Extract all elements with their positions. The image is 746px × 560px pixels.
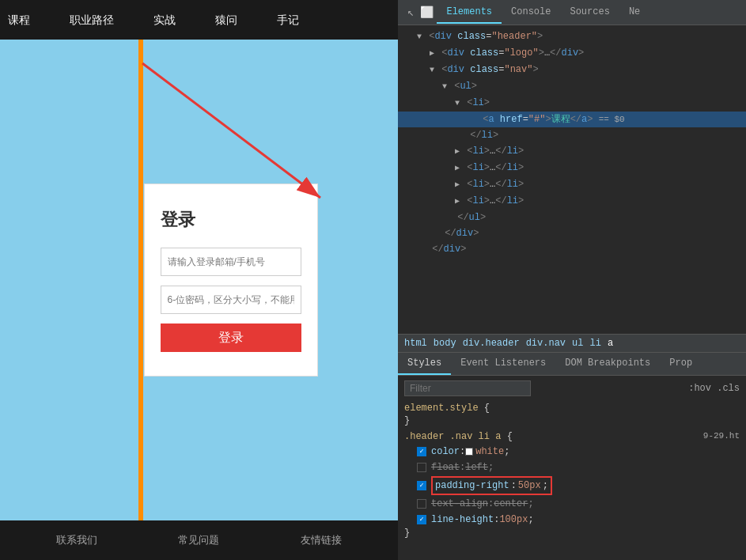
- vertical-line-decoration: [138, 40, 143, 520]
- style-selector-row: .header .nav li a { 9-29.ht: [404, 431, 740, 444]
- highlighted-rule-box: padding-right : 50px;: [431, 476, 552, 495]
- html-line[interactable]: </li>: [398, 127, 746, 143]
- login-title: 登录: [161, 208, 301, 232]
- breadcrumb-div-nav[interactable]: div.nav: [526, 338, 566, 349]
- element-style-block: element.style { }: [404, 403, 740, 426]
- style-close: }: [404, 415, 740, 426]
- style-selector-text: .header .nav li a {: [404, 431, 513, 442]
- mobile-icon[interactable]: ⬜: [417, 4, 437, 21]
- cursor-icon[interactable]: ↖: [404, 4, 417, 21]
- checkbox-line-height[interactable]: [417, 515, 426, 524]
- html-line[interactable]: ▼ <ul>: [398, 78, 746, 95]
- html-line[interactable]: ▶ <li>…</li>: [398, 160, 746, 176]
- triangle-icon: ▶: [455, 164, 460, 172]
- triangle-icon: ▼: [455, 99, 460, 108]
- breadcrumb: html body div.header div.nav ul li a: [398, 334, 746, 353]
- triangle-icon: ▼: [417, 32, 422, 41]
- site-content: 登录 登录: [0, 40, 398, 520]
- tab-elements[interactable]: Elements: [437, 2, 502, 24]
- html-line[interactable]: </ul>: [398, 210, 746, 225]
- html-line[interactable]: </div>: [398, 241, 746, 257]
- styles-content: :hov .cls element.style { } .header .nav…: [398, 376, 746, 560]
- password-input[interactable]: [161, 286, 301, 314]
- style-selector: element.style {: [404, 403, 740, 414]
- tab-event-listeners[interactable]: Event Listeners: [451, 353, 555, 375]
- site-footer: 联系我们 常见问题 友情链接: [0, 520, 398, 560]
- checkbox-padding-right[interactable]: [417, 481, 426, 490]
- breadcrumb-html[interactable]: html: [404, 338, 427, 349]
- triangle-icon: ▼: [430, 66, 434, 74]
- triangle-icon: ▶: [430, 49, 434, 58]
- filter-bar: :hov .cls: [404, 380, 740, 396]
- html-line[interactable]: ▼ <li>: [398, 95, 746, 112]
- tab-styles[interactable]: Styles: [398, 353, 451, 375]
- breadcrumb-a[interactable]: a: [608, 338, 613, 349]
- style-rule-padding-right: padding-right : 50px;: [404, 475, 740, 496]
- footer-faq[interactable]: 常见问题: [178, 533, 219, 547]
- color-swatch: [465, 448, 473, 456]
- devtools-panel: ↖ ⬜ Elements Console Sources Ne ▼ <div c…: [398, 0, 746, 560]
- html-line[interactable]: ▶ <li>…</li>: [398, 143, 746, 160]
- style-rule-float: float : left;: [404, 460, 740, 475]
- tab-sources[interactable]: Sources: [560, 2, 619, 24]
- styles-panel: Styles Event Listeners DOM Breakpoints P…: [398, 353, 746, 560]
- html-line[interactable]: ▶ <div class="logo">…</div>: [398, 45, 746, 62]
- triangle-icon: ▶: [455, 197, 460, 206]
- html-line[interactable]: ▶ <li>…</li>: [398, 176, 746, 193]
- login-button[interactable]: 登录: [161, 324, 301, 352]
- styles-tabs: Styles Event Listeners DOM Breakpoints P…: [398, 353, 746, 376]
- website-panel: 课程 职业路径 实战 猿问 手记 登录 登录 联系我们: [0, 0, 398, 560]
- footer-contact[interactable]: 联系我们: [56, 533, 97, 547]
- email-input[interactable]: [161, 248, 301, 276]
- html-line[interactable]: ▼ <div class="header">: [398, 28, 746, 45]
- breadcrumb-body[interactable]: body: [434, 338, 456, 349]
- elements-panel: ▼ <div class="header"> ▶ <div class="log…: [398, 25, 746, 334]
- style-rule-color: color : white;: [404, 444, 740, 460]
- header-nav-style-block: .header .nav li a { 9-29.ht color : whit…: [404, 431, 740, 539]
- checkbox-text-align[interactable]: [417, 499, 426, 509]
- html-line[interactable]: </div>: [398, 225, 746, 241]
- style-rule-text-align: text-align : center;: [404, 496, 740, 512]
- devtools-top-tabs: ↖ ⬜ Elements Console Sources Ne: [398, 0, 746, 25]
- html-line[interactable]: ▼ <div class="nav">: [398, 62, 746, 78]
- triangle-icon: ▼: [442, 82, 447, 91]
- site-header: 课程 职业路径 实战 猿问 手记: [0, 0, 398, 40]
- svg-line-1: [142, 63, 320, 198]
- style-rule-line-height: line-height : 100px;: [404, 512, 740, 528]
- tab-network[interactable]: Ne: [619, 2, 649, 24]
- html-line-selected[interactable]: <a href="#">课程</a> == $0: [398, 112, 746, 127]
- footer-links[interactable]: 友情链接: [301, 533, 342, 547]
- breadcrumb-ul[interactable]: ul: [572, 338, 583, 349]
- style-close: }: [404, 528, 740, 539]
- triangle-icon: ▶: [455, 147, 460, 156]
- pseudo-label[interactable]: :hov .cls: [688, 383, 740, 394]
- html-line[interactable]: ▶ <li>…</li>: [398, 193, 746, 210]
- breadcrumb-li[interactable]: li: [589, 338, 600, 349]
- triangle-icon: ▶: [455, 180, 460, 189]
- checkbox-float[interactable]: [417, 463, 426, 472]
- style-source: 9-29.ht: [703, 431, 740, 444]
- checkbox-color[interactable]: [417, 447, 426, 456]
- login-box: 登录 登录: [144, 184, 318, 376]
- tab-console[interactable]: Console: [502, 2, 560, 24]
- styles-filter-input[interactable]: [404, 380, 531, 396]
- tab-dom-breakpoints[interactable]: DOM Breakpoints: [555, 353, 660, 375]
- breadcrumb-div-header[interactable]: div.header: [463, 338, 520, 349]
- tab-prop[interactable]: Prop: [660, 353, 702, 375]
